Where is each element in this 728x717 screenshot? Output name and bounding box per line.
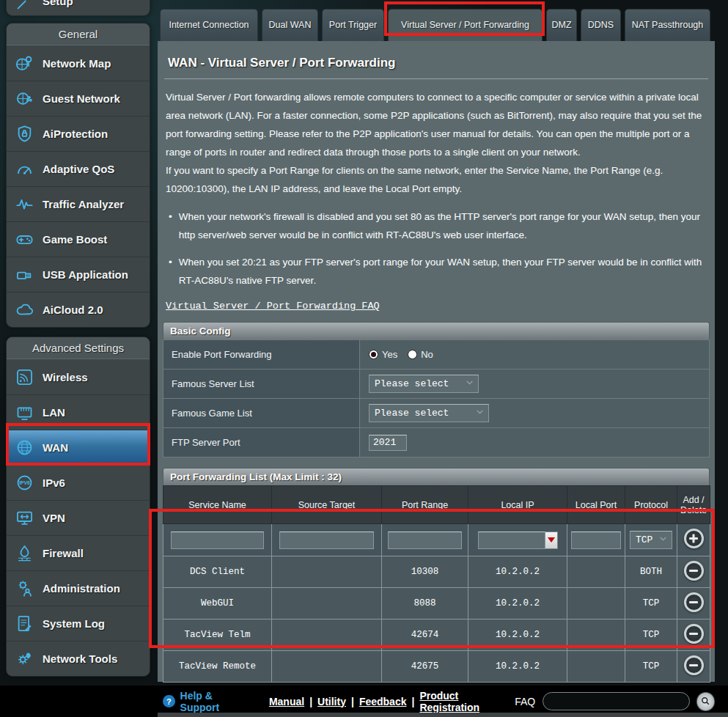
sidebar-item-traffic-analyzer[interactable]: Traffic Analyzer: [7, 186, 150, 221]
bullet-http-conflict: •When your network's firewall is disable…: [169, 207, 707, 244]
radio-option-no[interactable]: No: [408, 349, 433, 360]
sidebar-section-general: General: [7, 23, 150, 45]
tab-virtual-server-port-forwarding[interactable]: Virtual Server / Port Forwarding: [388, 9, 543, 41]
manual-link[interactable]: Manual: [269, 696, 304, 707]
minus-icon: [689, 601, 698, 603]
tab-internet-connection[interactable]: Internet Connection: [160, 9, 258, 41]
famous-server-list-label: Famous Server List: [163, 369, 360, 399]
sidebar-item-network-map[interactable]: Network Map: [7, 45, 150, 81]
tab-port-trigger[interactable]: Port Trigger: [322, 9, 384, 41]
footer-links: Manual | Utility | Feedback | Product Re…: [269, 690, 515, 713]
sidebar-item-wan[interactable]: WAN: [7, 430, 150, 465]
bullet-ftp-conflict: •When you set 20:21 as your FTP server's…: [169, 253, 707, 290]
product-registration-link[interactable]: Product Registration: [419, 690, 515, 713]
wand-icon: [14, 0, 34, 11]
description-paragraph-1: Virtual Server / Port forwarding allows …: [166, 88, 707, 161]
famous-game-list-label: Famous Game List: [163, 399, 360, 428]
sidebar-item-aicloud[interactable]: AiCloud 2.0: [7, 292, 150, 327]
tab-ddns[interactable]: DDNS: [581, 9, 621, 41]
globe-pin-icon: [14, 53, 34, 73]
sidebar-item-usb-application[interactable]: USB Application: [7, 257, 150, 292]
help-support-link[interactable]: Help & Support: [180, 690, 253, 713]
new-service-name-input[interactable]: [171, 532, 263, 549]
sidebar-item-setup[interactable]: Setup: [7, 0, 150, 15]
faq-search-button[interactable]: [696, 692, 715, 711]
tab-dmz[interactable]: DMZ: [546, 9, 577, 41]
globe-users-icon: [14, 89, 34, 109]
minus-icon: [689, 570, 698, 572]
utility-link[interactable]: Utility: [317, 696, 346, 707]
col-protocol: Protocol: [625, 486, 677, 524]
gauge-icon: [14, 159, 34, 180]
delete-rule-button[interactable]: [684, 655, 704, 675]
faq-link[interactable]: Virtual Server / Port Forwarding FAQ: [166, 301, 380, 312]
vpn-monitor-icon: [14, 508, 34, 529]
title-divider: [164, 78, 708, 79]
new-source-target-input[interactable]: [279, 532, 373, 549]
tab-nat-passthrough[interactable]: NAT Passthrough: [625, 9, 710, 41]
basic-config-form: Enable Port Forwarding Yes No Famous Ser…: [163, 339, 710, 457]
table-row: TacView Remote 42675 10.2.0.2 TCP: [163, 651, 710, 683]
faq-search-input[interactable]: [551, 696, 681, 707]
sidebar-item-adaptive-qos[interactable]: Adaptive QoS: [7, 151, 150, 186]
sidebar-item-aiprotection[interactable]: AiProtection: [7, 116, 150, 151]
page-title: WAN - Virtual Server / Port Forwarding: [168, 56, 710, 70]
main-content-panel: WAN - Virtual Server / Port Forwarding V…: [158, 41, 715, 682]
delete-rule-button[interactable]: [684, 592, 704, 612]
col-add-delete: Add / Delete: [677, 486, 710, 524]
faq-search-pill: [543, 692, 689, 710]
gamepad-icon: [14, 229, 34, 250]
tab-dual-wan[interactable]: Dual WAN: [262, 9, 318, 41]
radio-option-yes[interactable]: Yes: [369, 349, 397, 360]
sidebar-item-ipv6[interactable]: IPV6 IPv6: [7, 465, 150, 500]
svg-text:IPV6: IPV6: [19, 480, 30, 485]
chevron-down-icon: [475, 407, 485, 419]
chevron-down-icon: [658, 534, 668, 546]
pulse-icon: [14, 194, 34, 215]
local-ip-dropdown-button[interactable]: [545, 532, 558, 549]
radio-yes[interactable]: [369, 350, 378, 359]
add-rule-button[interactable]: [684, 529, 704, 548]
feedback-link[interactable]: Feedback: [359, 696, 407, 707]
help-question-icon: ?: [163, 695, 175, 707]
delete-rule-button[interactable]: [684, 624, 704, 644]
new-local-port-input[interactable]: [571, 532, 620, 549]
gear-wrench-icon: [14, 649, 34, 669]
chevron-down-icon: [465, 378, 474, 390]
wan-tabbar: Internet Connection Dual WAN Port Trigge…: [160, 9, 710, 41]
new-port-range-input[interactable]: [388, 532, 462, 549]
sidebar-item-system-log[interactable]: System Log: [7, 606, 150, 641]
new-local-ip-input[interactable]: [478, 532, 545, 549]
sidebar-item-lan[interactable]: LAN: [7, 394, 150, 430]
sidebar-item-network-tools[interactable]: Network Tools: [7, 641, 150, 676]
col-local-ip: Local IP: [468, 486, 567, 524]
shield-lock-icon: [14, 124, 34, 144]
sidebar-item-game-boost[interactable]: Game Boost: [7, 221, 150, 257]
sidebar-item-wireless[interactable]: Wireless: [7, 359, 150, 394]
famous-game-list-select[interactable]: Please select: [369, 404, 489, 422]
sidebar-panel-advanced: Advanced Settings Wireless LAN WAN IPV6 …: [6, 337, 150, 677]
sidebar-item-label: Setup: [43, 0, 73, 7]
famous-server-list-select[interactable]: Please select: [369, 375, 479, 393]
sidebar-item-firewall[interactable]: Firewall: [7, 535, 150, 570]
port-forwarding-list-header: Port Forwarding List (Max Limit : 32): [163, 468, 710, 485]
description-paragraph-2: If you want to specify a Port Range for …: [166, 161, 707, 198]
table-row: DCS Client 10308 10.2.0.2 BOTH: [163, 556, 710, 588]
radio-no[interactable]: [408, 350, 417, 359]
sidebar-item-guest-network[interactable]: Guest Network: [7, 81, 150, 116]
minus-icon: [689, 664, 698, 666]
enable-port-forwarding-radios: Yes No: [369, 349, 709, 360]
gear-person-icon: [14, 578, 34, 599]
sidebar-item-vpn[interactable]: VPN: [7, 500, 150, 535]
delete-rule-button[interactable]: [684, 561, 704, 581]
search-icon: [700, 696, 711, 707]
usb-icon: [14, 265, 34, 285]
ftp-server-port-label: FTP Server Port: [163, 428, 360, 457]
ftp-server-port-input[interactable]: [369, 435, 407, 451]
col-local-port: Local Port: [567, 486, 625, 524]
sidebar-panel-setup: Setup: [6, 0, 150, 16]
new-protocol-select[interactable]: TCP: [630, 531, 672, 549]
wifi-icon: [14, 367, 34, 387]
minus-icon: [689, 633, 698, 635]
sidebar-item-administration[interactable]: Administration: [7, 570, 150, 606]
